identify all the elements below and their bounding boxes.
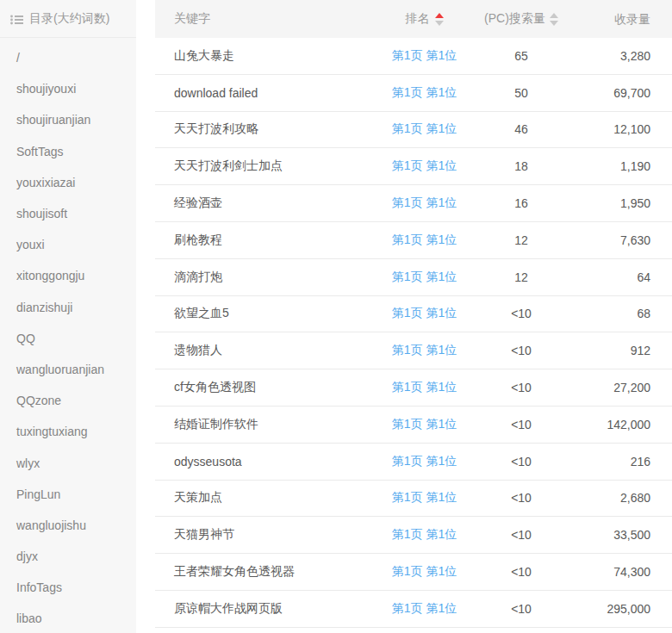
table-row: cf女角色透视图 第1页 第1位 <10 27,200 — [155, 369, 672, 406]
keyword-cell: 结婚证制作软件 — [155, 417, 370, 432]
table-row: odysseusota 第1页 第1位 <10 216 — [155, 444, 672, 481]
keyword-cell: cf女角色透视图 — [155, 380, 370, 395]
rank-link[interactable]: 第1页 第1位 — [392, 158, 457, 174]
table-row: download failed 第1页 第1位 50 69,700 — [155, 75, 672, 112]
search-volume-cell: <10 — [478, 602, 564, 616]
sidebar-item-softtags[interactable]: SoftTags — [0, 136, 136, 167]
rank-link[interactable]: 第1页 第1位 — [392, 601, 457, 617]
indexed-count-cell: 64 — [564, 270, 672, 284]
keyword-cell: 原谅帽大作战网页版 — [155, 601, 370, 617]
rank-sort-control[interactable] — [435, 13, 444, 26]
keyword-rank-page: 目录(大约词数) / shoujiyouxi shoujiruanjian So… — [0, 0, 672, 633]
keyword-cell: odysseusota — [155, 455, 370, 469]
sidebar-item-wangluojishu[interactable]: wangluojishu — [0, 510, 136, 541]
rank-link[interactable]: 第1页 第1位 — [392, 195, 457, 211]
rank-link[interactable]: 第1页 第1位 — [392, 270, 457, 285]
keyword-cell: download failed — [155, 86, 370, 100]
rank-link[interactable]: 第1页 第1位 — [392, 85, 457, 101]
table-row: 天天打波利攻略 第1页 第1位 46 12,100 — [155, 112, 672, 149]
keyword-cell: 王者荣耀女角色透视器 — [155, 564, 370, 580]
sidebar-item-wangluoruanjian[interactable]: wangluoruanjian — [0, 354, 136, 385]
search-volume-cell: 12 — [478, 233, 564, 247]
sidebar-item-shoujiyouxi[interactable]: shoujiyouxi — [0, 73, 136, 104]
table-header-row: 关键字 排名 (PC)搜索量 收录量 — [155, 0, 672, 38]
table-row: 山兔大暴走 第1页 第1位 65 3,280 — [155, 38, 672, 75]
search-volume-cell: 16 — [478, 196, 564, 210]
rank-link[interactable]: 第1页 第1位 — [392, 490, 457, 506]
rank-link[interactable]: 第1页 第1位 — [392, 48, 457, 64]
rank-link[interactable]: 第1页 第1位 — [392, 233, 457, 248]
sidebar-item-dianzishuji[interactable]: dianzishuji — [0, 292, 136, 323]
keyword-cell: 天策加点 — [155, 490, 370, 506]
sidebar-item-xitonggongju[interactable]: xitonggongju — [0, 260, 136, 291]
keyword-cell: 遗物猎人 — [155, 343, 370, 358]
table-row: 天策加点 第1页 第1位 <10 2,680 — [155, 481, 672, 518]
indexed-count-cell: 2,680 — [564, 491, 672, 505]
indexed-count-cell: 1,190 — [564, 159, 672, 173]
column-header-volume-label: (PC)搜索量 — [484, 11, 545, 27]
indexed-count-cell: 7,630 — [564, 233, 672, 247]
indexed-count-cell: 216 — [564, 455, 672, 469]
sidebar-item-youxi[interactable]: youxi — [0, 229, 136, 260]
sidebar-item-libao[interactable]: libao — [0, 603, 136, 633]
sort-asc-icon — [435, 13, 444, 18]
sidebar-item-tuxingtuxiang[interactable]: tuxingtuxiang — [0, 416, 136, 447]
indexed-count-cell: 33,500 — [564, 528, 672, 542]
indexed-count-cell: 295,000 — [564, 602, 672, 616]
sidebar-item-qqzone[interactable]: QQzone — [0, 385, 136, 416]
rank-link[interactable]: 第1页 第1位 — [392, 380, 457, 395]
indexed-count-cell: 74,300 — [564, 565, 672, 579]
keyword-cell: 经验酒壶 — [155, 195, 370, 211]
column-header-pc-search-volume[interactable]: (PC)搜索量 — [478, 11, 564, 27]
table-row: 原谅帽大作战网页版 第1页 第1位 <10 295,000 — [155, 591, 672, 628]
keyword-cell: 滴滴打炮 — [155, 270, 370, 285]
indexed-count-cell: 3,280 — [564, 49, 672, 63]
keyword-cell: 刷枪教程 — [155, 233, 370, 248]
sidebar-item-youxixiazai[interactable]: youxixiazai — [0, 167, 136, 198]
table-row: 天天打波利剑士加点 第1页 第1位 18 1,190 — [155, 148, 672, 185]
directory-sidebar: 目录(大约词数) / shoujiyouxi shoujiruanjian So… — [0, 0, 136, 633]
sort-desc-icon — [550, 21, 558, 26]
table-row: 刷枪教程 第1页 第1位 12 7,630 — [155, 222, 672, 259]
rank-link[interactable]: 第1页 第1位 — [392, 121, 457, 137]
sidebar-title: 目录(大约词数) — [29, 11, 109, 27]
column-header-rank[interactable]: 排名 — [370, 11, 478, 27]
table-row: 欲望之血5 第1页 第1位 <10 68 — [155, 296, 672, 333]
search-volume-cell: <10 — [478, 381, 564, 394]
search-volume-cell: <10 — [478, 455, 564, 469]
sidebar-item-root[interactable]: / — [0, 42, 136, 73]
rank-link[interactable]: 第1页 第1位 — [392, 417, 457, 432]
indexed-count-cell: 1,950 — [564, 196, 672, 210]
sidebar-item-wlyx[interactable]: wlyx — [0, 447, 136, 478]
rank-link[interactable]: 第1页 第1位 — [392, 306, 457, 321]
sort-desc-icon — [435, 21, 444, 26]
sidebar-item-djyx[interactable]: djyx — [0, 541, 136, 572]
search-volume-cell: 18 — [478, 159, 564, 173]
search-volume-cell: <10 — [478, 565, 564, 579]
keyword-cell: 天猫男神节 — [155, 527, 370, 543]
sidebar-item-pinglun[interactable]: PingLun — [0, 479, 136, 510]
keyword-cell: 天天打波利攻略 — [155, 121, 370, 137]
search-volume-cell: <10 — [478, 528, 564, 542]
keyword-cell: 山兔大暴走 — [155, 48, 370, 64]
sidebar-item-qq[interactable]: QQ — [0, 323, 136, 354]
volume-sort-control[interactable] — [550, 13, 558, 26]
table-row: 遗物猎人 第1页 第1位 <10 912 — [155, 332, 672, 369]
search-volume-cell: 46 — [478, 122, 564, 136]
rank-link[interactable]: 第1页 第1位 — [392, 527, 457, 543]
sidebar-item-shoujisoft[interactable]: shoujisoft — [0, 198, 136, 229]
rank-link[interactable]: 第1页 第1位 — [392, 454, 457, 469]
indexed-count-cell: 142,000 — [564, 418, 672, 431]
sidebar-item-infotags[interactable]: InfoTags — [0, 572, 136, 603]
rank-link[interactable]: 第1页 第1位 — [392, 564, 457, 580]
table-row: 滴滴打炮 第1页 第1位 12 64 — [155, 259, 672, 296]
column-header-keyword: 关键字 — [155, 11, 370, 27]
rank-link[interactable]: 第1页 第1位 — [392, 343, 457, 358]
search-volume-cell: <10 — [478, 307, 564, 320]
directory-list: / shoujiyouxi shoujiruanjian SoftTags yo… — [0, 38, 136, 633]
indexed-count-cell: 912 — [564, 344, 672, 357]
indexed-count-cell: 27,200 — [564, 381, 672, 394]
sidebar-item-shoujiruanjian[interactable]: shoujiruanjian — [0, 104, 136, 135]
table-row: 天猫男神节 第1页 第1位 <10 33,500 — [155, 517, 672, 554]
search-volume-cell: <10 — [478, 344, 564, 357]
